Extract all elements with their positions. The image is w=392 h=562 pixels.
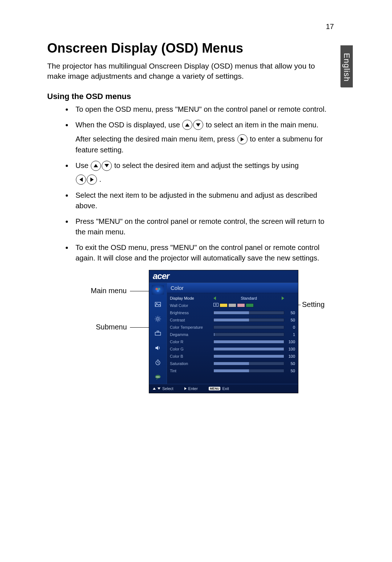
osd-row[interactable]: Degamma1 bbox=[170, 331, 295, 338]
osd-row[interactable]: Color B100 bbox=[170, 353, 295, 360]
osd-footer: Select Enter MENU Exit bbox=[149, 384, 298, 393]
osd-row-control[interactable] bbox=[213, 318, 284, 322]
osd-row[interactable]: Color Temperature0 bbox=[170, 324, 295, 331]
sidebar-image-icon[interactable] bbox=[152, 300, 164, 309]
osd-row-control[interactable] bbox=[213, 347, 284, 351]
osd-row-label: Tint bbox=[170, 369, 213, 373]
osd-category-title: Color bbox=[167, 283, 298, 293]
down-icon bbox=[102, 161, 112, 171]
slider[interactable] bbox=[213, 369, 284, 373]
osd-row-label: Saturation bbox=[170, 361, 213, 366]
osd-window: acer bbox=[149, 270, 298, 393]
left-arrow-icon[interactable] bbox=[213, 296, 216, 300]
sidebar-language-icon[interactable]: ABC bbox=[152, 372, 164, 382]
page: 17 English Onscreen Display (OSD) Menus … bbox=[0, 0, 392, 562]
slider-value: 100 bbox=[284, 340, 295, 344]
callout-setting: Setting bbox=[302, 300, 324, 309]
svg-rect-6 bbox=[155, 332, 161, 335]
osd-row-label: Brightness bbox=[170, 311, 213, 315]
osd-row-label: Display Mode bbox=[170, 296, 213, 300]
sidebar-color-icon[interactable] bbox=[152, 285, 164, 295]
svg-point-4 bbox=[156, 303, 157, 304]
list-item: Select the next item to be adjusted in t… bbox=[73, 190, 327, 211]
slider[interactable] bbox=[213, 318, 284, 322]
right-arrow-icon[interactable] bbox=[282, 296, 284, 300]
screen-icon bbox=[213, 303, 219, 308]
osd-row-control[interactable] bbox=[213, 333, 284, 336]
down-icon bbox=[193, 120, 203, 130]
slider[interactable] bbox=[213, 354, 284, 358]
osd-row-label: Color B bbox=[170, 354, 213, 358]
osd-row-control[interactable] bbox=[213, 362, 284, 365]
swatch[interactable] bbox=[246, 303, 254, 307]
sidebar-management-icon[interactable] bbox=[152, 329, 164, 338]
list-item: To open the OSD menu, press "MENU" on th… bbox=[73, 104, 327, 115]
intro-paragraph: The projector has multilingual Onscreen … bbox=[47, 61, 319, 82]
svg-point-5 bbox=[157, 317, 159, 320]
page-title: Onscreen Display (OSD) Menus bbox=[47, 41, 348, 56]
up-icon bbox=[182, 120, 192, 130]
footer-select: Select bbox=[153, 386, 173, 391]
slider[interactable] bbox=[213, 325, 284, 329]
osd-row[interactable]: Display ModeStandard bbox=[170, 295, 295, 302]
osd-row-control[interactable] bbox=[213, 303, 284, 308]
up-icon bbox=[91, 161, 101, 171]
page-number: 17 bbox=[326, 22, 334, 31]
svg-rect-7 bbox=[157, 331, 159, 332]
menu-button-icon: MENU bbox=[209, 387, 221, 390]
footer-exit: MENU Exit bbox=[209, 386, 229, 391]
slider-value: 50 bbox=[284, 311, 295, 315]
osd-row-label: Contrast bbox=[170, 318, 213, 322]
osd-diagram: Main menu Submenu Setting acer bbox=[91, 270, 345, 401]
swatch[interactable] bbox=[228, 303, 236, 307]
osd-logo: acer bbox=[149, 270, 298, 283]
right-triangle-icon bbox=[184, 387, 187, 390]
down-triangle-icon bbox=[158, 387, 160, 390]
osd-row[interactable]: Color R100 bbox=[170, 338, 295, 345]
osd-sidebar: ABC bbox=[149, 283, 167, 384]
slider[interactable] bbox=[213, 340, 284, 344]
osd-row[interactable]: Tint50 bbox=[170, 367, 295, 374]
osd-row-label: Color G bbox=[170, 347, 213, 351]
sidebar-setting-icon[interactable] bbox=[152, 314, 164, 324]
list-item: Use to select the desired item and adjus… bbox=[73, 160, 327, 185]
slider[interactable] bbox=[213, 347, 284, 351]
slider-value: 100 bbox=[284, 347, 295, 351]
osd-row-label: Wall Color bbox=[170, 303, 213, 308]
osd-row[interactable]: Wall Color bbox=[170, 302, 295, 309]
slider[interactable] bbox=[213, 311, 284, 315]
slider-value: 50 bbox=[284, 318, 295, 322]
sidebar-timer-icon[interactable] bbox=[152, 358, 164, 367]
osd-row-control[interactable]: Standard bbox=[213, 296, 284, 300]
callout-submenu: Submenu bbox=[96, 323, 127, 331]
swatch[interactable] bbox=[220, 303, 228, 307]
osd-row-control[interactable] bbox=[213, 369, 284, 373]
callout-main-menu: Main menu bbox=[91, 287, 127, 295]
svg-text:ABC: ABC bbox=[156, 376, 160, 378]
osd-row[interactable]: Brightness50 bbox=[170, 309, 295, 316]
slider[interactable] bbox=[213, 362, 284, 365]
osd-row-control[interactable] bbox=[213, 354, 284, 358]
svg-rect-11 bbox=[214, 303, 219, 307]
osd-row-control[interactable] bbox=[213, 340, 284, 344]
slider-value: 100 bbox=[284, 354, 295, 358]
color-swatches[interactable] bbox=[220, 303, 254, 307]
svg-point-12 bbox=[215, 304, 217, 305]
sidebar-audio-icon[interactable] bbox=[152, 343, 164, 353]
right-icon bbox=[87, 175, 97, 185]
osd-row-label: Color Temperature bbox=[170, 325, 213, 329]
osd-row-control[interactable] bbox=[213, 311, 284, 315]
osd-row-label: Color R bbox=[170, 340, 213, 344]
osd-row-label: Degamma bbox=[170, 332, 213, 337]
osd-row-control[interactable] bbox=[213, 325, 284, 329]
up-triangle-icon bbox=[153, 387, 156, 390]
list-item: Press "MENU" on the control panel or rem… bbox=[73, 216, 327, 237]
section-heading: Using the OSD menus bbox=[47, 92, 348, 101]
osd-row[interactable]: Color G100 bbox=[170, 345, 295, 353]
slider-value: 0 bbox=[284, 325, 295, 329]
slider[interactable] bbox=[213, 333, 284, 336]
list-item: To exit the OSD menu, press "MENU" on th… bbox=[73, 242, 327, 263]
osd-row[interactable]: Contrast50 bbox=[170, 316, 295, 324]
osd-row[interactable]: Saturation50 bbox=[170, 360, 295, 367]
swatch[interactable] bbox=[237, 303, 245, 307]
